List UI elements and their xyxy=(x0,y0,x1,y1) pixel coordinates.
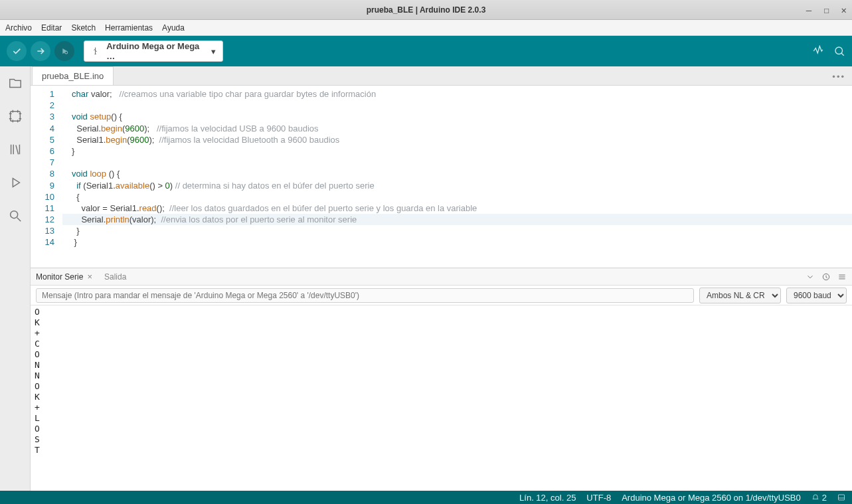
upload-button[interactable] xyxy=(31,41,50,61)
line-ending-select[interactable]: Ambos NL & CR xyxy=(699,288,781,303)
menubar: Archivo Editar Sketch Herramientas Ayuda xyxy=(0,20,852,36)
board-label: Arduino Mega or Mega … xyxy=(106,41,205,61)
serial-monitor-icon[interactable] xyxy=(833,45,845,57)
boards-manager-icon[interactable] xyxy=(8,109,23,124)
chevron-down-icon: ▾ xyxy=(211,46,216,56)
library-manager-icon[interactable] xyxy=(8,142,23,157)
panel-toggle-icon[interactable] xyxy=(837,493,845,501)
svg-point-1 xyxy=(835,47,843,54)
maximize-button[interactable]: ☐ xyxy=(823,5,829,15)
close-panel-tab-icon[interactable]: × xyxy=(87,272,92,282)
board-selector[interactable]: Arduino Mega or Mega … ▾ xyxy=(84,41,223,62)
svg-rect-2 xyxy=(10,112,20,122)
close-button[interactable]: ✕ xyxy=(841,5,847,15)
menu-archivo[interactable]: Archivo xyxy=(5,23,32,33)
cursor-position[interactable]: Lín. 12, col. 25 xyxy=(519,493,576,503)
panel-clear-icon[interactable] xyxy=(837,272,847,282)
titlebar: prueba_BLE | Arduino IDE 2.0.3 — ☐ ✕ xyxy=(0,0,852,20)
editor-tabs: prueba_BLE.ino ••• xyxy=(31,66,852,86)
serial-output: O K + C O N N O K + L O S T xyxy=(31,305,852,491)
panel-tab-monitor[interactable]: Monitor Serie xyxy=(36,272,83,282)
tab-more-icon[interactable]: ••• xyxy=(832,72,845,82)
search-icon[interactable] xyxy=(8,209,23,223)
notifications[interactable]: 2 xyxy=(811,493,827,503)
minimize-button[interactable]: — xyxy=(806,5,811,15)
verify-button[interactable] xyxy=(7,41,27,61)
editor-tab[interactable]: prueba_BLE.ino xyxy=(32,66,114,85)
debug-button[interactable] xyxy=(54,41,74,61)
menu-sketch[interactable]: Sketch xyxy=(71,23,96,33)
usb-icon xyxy=(91,46,100,56)
serial-message-input[interactable] xyxy=(36,288,694,303)
toolbar: Arduino Mega or Mega … ▾ xyxy=(0,36,852,66)
sketchbook-icon[interactable] xyxy=(8,76,23,90)
statusbar: Lín. 12, col. 25 UTF-8 Arduino Mega or M… xyxy=(0,491,852,504)
debug-icon[interactable] xyxy=(8,175,23,190)
menu-ayuda[interactable]: Ayuda xyxy=(162,23,185,33)
menu-herramientas[interactable]: Herramientas xyxy=(105,23,153,33)
board-port[interactable]: Arduino Mega or Mega 2560 on 1/dev/ttyUS… xyxy=(622,493,801,503)
panel-scroll-icon[interactable] xyxy=(806,272,815,282)
svg-point-3 xyxy=(10,211,17,218)
encoding[interactable]: UTF-8 xyxy=(586,493,611,503)
panel-tab-salida[interactable]: Salida xyxy=(104,272,126,282)
code-editor[interactable]: 1234567891011121314 char valor; //creamo… xyxy=(31,86,852,268)
panel-clock-icon[interactable] xyxy=(821,272,831,282)
menu-editar[interactable]: Editar xyxy=(41,23,62,33)
code-content[interactable]: char valor; //creamos una variable tipo … xyxy=(62,86,852,268)
bottom-panel: Monitor Serie × Salida Ambos NL & CR 960… xyxy=(31,268,852,491)
svg-rect-5 xyxy=(839,495,845,500)
window-title: prueba_BLE | Arduino IDE 2.0.3 xyxy=(367,5,486,15)
activity-bar xyxy=(0,66,31,491)
serial-plotter-icon[interactable] xyxy=(812,45,824,57)
tab-label: prueba_BLE.ino xyxy=(42,71,104,81)
line-gutter: 1234567891011121314 xyxy=(31,86,62,268)
baud-select[interactable]: 9600 baud xyxy=(786,288,847,303)
